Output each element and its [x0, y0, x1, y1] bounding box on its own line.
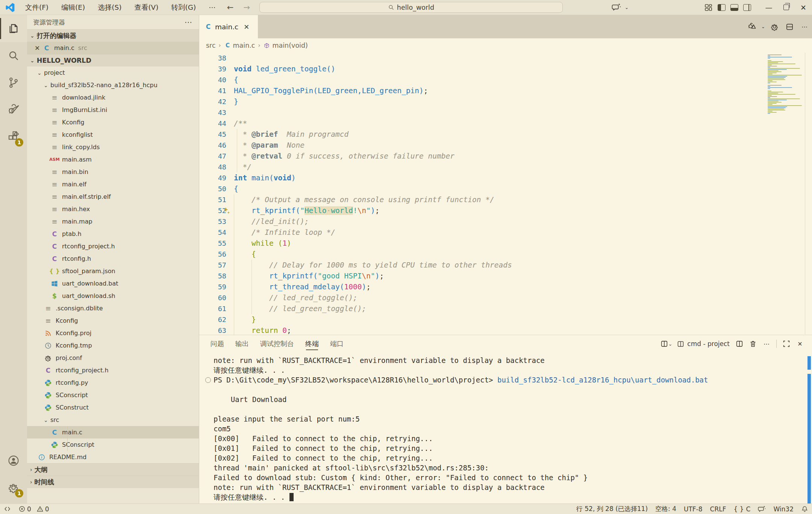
- menu-view[interactable]: 查看(V): [128, 0, 165, 15]
- toggle-secondary-sidebar-icon[interactable]: [741, 2, 753, 13]
- run-dropdown-chevron-icon[interactable]: ⌄: [759, 19, 767, 34]
- kill-terminal-icon[interactable]: [746, 337, 760, 351]
- tab-close-icon[interactable]: ✕: [244, 23, 249, 31]
- tree-item-.sconsign.dblite[interactable]: ≡.sconsign.dblite: [27, 302, 199, 314]
- editor-settings-gear-icon[interactable]: [767, 19, 782, 34]
- run-debug-file-icon[interactable]: [744, 19, 759, 34]
- tree-item-rtconfig_project.h[interactable]: Crtconfig_project.h: [27, 240, 199, 252]
- problems-status[interactable]: 0 0: [15, 504, 53, 514]
- cursor-position[interactable]: 行 52, 列 28 (已选择11): [573, 505, 651, 513]
- tree-item-SConscript[interactable]: SConscript: [27, 389, 199, 401]
- outline-header[interactable]: › 大纲: [27, 463, 199, 476]
- panel-tab-输出[interactable]: 输出: [235, 335, 249, 352]
- tree-folder-src[interactable]: ⌄src: [27, 414, 199, 426]
- terminal-list-item[interactable]: cmd - project: [677, 340, 730, 348]
- tree-item-link_copy.lds[interactable]: ≡link_copy.lds: [27, 141, 199, 153]
- editor-more-actions-icon[interactable]: ⋯: [797, 19, 812, 34]
- customize-layout-icon[interactable]: [702, 2, 715, 13]
- command-center-search[interactable]: hello_world: [259, 2, 563, 13]
- terminal-scrollbar-mark[interactable]: [807, 356, 811, 370]
- menu-more[interactable]: ⋯: [202, 0, 222, 15]
- toggle-sidebar-icon[interactable]: [715, 2, 728, 13]
- panel-more-actions-icon[interactable]: ⋯: [760, 337, 773, 351]
- minimap[interactable]: [768, 53, 804, 121]
- forward-arrow-icon[interactable]: →: [238, 3, 255, 12]
- tree-item-download.jlink[interactable]: ≡download.jlink: [27, 91, 199, 104]
- menu-edit[interactable]: 编辑(E): [55, 0, 91, 15]
- panel-tab-调试控制台[interactable]: 调试控制台: [260, 335, 294, 352]
- tree-item-main.bin[interactable]: ≡main.bin: [27, 166, 199, 178]
- open-editor-item[interactable]: ✕Cmain.csrc: [27, 42, 199, 54]
- tab-main-c[interactable]: C main.c ✕: [199, 15, 258, 38]
- activity-extensions[interactable]: 1: [0, 123, 27, 150]
- tree-item-rtconfig.h[interactable]: Crtconfig.h: [27, 252, 199, 265]
- encoding-status[interactable]: UTF-8: [680, 505, 706, 513]
- tree-item-ImgBurnList.ini[interactable]: ≡ImgBurnList.ini: [27, 104, 199, 116]
- restore-button[interactable]: [777, 0, 795, 15]
- close-panel-icon[interactable]: ✕: [793, 337, 807, 351]
- close-button[interactable]: ✕: [795, 0, 812, 15]
- panel-tab-终端[interactable]: 终端: [305, 335, 319, 352]
- back-arrow-icon[interactable]: ←: [222, 3, 239, 12]
- copilot-chevron-icon[interactable]: ⌄: [623, 2, 631, 13]
- open-editors-header[interactable]: ⌄ 打开的编辑器: [27, 29, 199, 42]
- toggle-panel-icon[interactable]: [728, 2, 741, 13]
- tree-item-Kconfig.proj[interactable]: Kconfig.proj: [27, 327, 199, 339]
- tree-item-Kconfig.tmp[interactable]: Kconfig.tmp: [27, 339, 199, 352]
- os-indicator[interactable]: Win32: [770, 505, 797, 513]
- panel-tab-问题[interactable]: 问题: [211, 335, 224, 352]
- activity-run-debug[interactable]: [0, 96, 27, 123]
- close-editor-icon[interactable]: ✕: [32, 44, 42, 52]
- terminal-output[interactable]: note: run with `RUST_BACKTRACE=1` enviro…: [207, 355, 801, 503]
- command-decoration-icon[interactable]: [205, 377, 211, 383]
- breadcrumb-file[interactable]: main.c: [233, 42, 255, 49]
- tree-item-main.asm[interactable]: ASMmain.asm: [27, 153, 199, 166]
- tree-item-SConstruct[interactable]: SConstruct: [27, 401, 199, 414]
- tree-item-uart_download.sh[interactable]: $uart_download.sh: [27, 290, 199, 302]
- tree-item-main.map[interactable]: ≡main.map: [27, 215, 199, 228]
- menu-file[interactable]: 文件(F): [19, 0, 55, 15]
- tree-item-SConscript[interactable]: SConscript: [27, 438, 199, 451]
- tree-item-Kconfig[interactable]: ≡Kconfig: [27, 314, 199, 327]
- tree-item-README.md[interactable]: README.md: [27, 451, 199, 463]
- timeline-header[interactable]: › 时间线: [27, 476, 199, 488]
- indentation-status[interactable]: 空格: 4: [651, 505, 680, 513]
- tree-item-main.hex[interactable]: ≡main.hex: [27, 203, 199, 215]
- split-editor-icon[interactable]: [782, 19, 797, 34]
- tree-item-Kconfig[interactable]: ≡Kconfig: [27, 116, 199, 128]
- tree-item-sftool_param.json[interactable]: { }sftool_param.json: [27, 265, 199, 277]
- panel-tab-端口[interactable]: 端口: [330, 335, 344, 352]
- tree-folder-project[interactable]: ⌄project: [27, 67, 199, 79]
- split-terminal-icon[interactable]: [733, 337, 746, 351]
- minimize-button[interactable]: —: [760, 0, 777, 15]
- copilot-status-icon[interactable]: [754, 505, 770, 513]
- tree-item-kconfiglist[interactable]: ≡kconfiglist: [27, 128, 199, 141]
- language-mode[interactable]: { } C: [730, 505, 754, 513]
- activity-settings[interactable]: 1: [0, 474, 27, 501]
- tree-item-rtconfig.py[interactable]: rtconfig.py: [27, 376, 199, 389]
- activity-explorer[interactable]: [0, 15, 27, 42]
- activity-search[interactable]: [0, 42, 27, 69]
- eol-status[interactable]: CRLF: [706, 505, 730, 513]
- activity-account[interactable]: [0, 447, 27, 474]
- explorer-more-actions-icon[interactable]: ⋯: [185, 18, 193, 27]
- maximize-panel-icon[interactable]: [780, 337, 793, 351]
- workspace-header[interactable]: ⌄ HELLO_WORLD: [27, 54, 199, 67]
- menu-goto[interactable]: 转到(G): [165, 0, 202, 15]
- notifications-bell-icon[interactable]: [797, 505, 812, 512]
- tree-item-proj.conf[interactable]: proj.conf: [27, 352, 199, 364]
- copilot-chat-icon[interactable]: [610, 2, 623, 13]
- activity-source-control[interactable]: [0, 69, 27, 96]
- remote-indicator[interactable]: [0, 504, 15, 514]
- launch-profile-chevron-icon[interactable]: ⌄: [668, 341, 672, 347]
- tree-item-rtconfig_project.h[interactable]: Crtconfig_project.h: [27, 364, 199, 376]
- copilot-sparkle-icon[interactable]: [223, 207, 230, 215]
- terminal-scrollbar[interactable]: [807, 374, 811, 503]
- tree-item-ptab.h[interactable]: Cptab.h: [27, 228, 199, 240]
- breadcrumb-symbol[interactable]: main(void): [272, 42, 308, 49]
- tree-item-main.c[interactable]: Cmain.c: [27, 426, 199, 438]
- menu-selection[interactable]: 选择(S): [91, 0, 128, 15]
- tree-item-main.elf.strip.elf[interactable]: ≡main.elf.strip.elf: [27, 190, 199, 203]
- tree-item-main.elf[interactable]: ≡main.elf: [27, 178, 199, 190]
- tree-item-uart_download.bat[interactable]: uart_download.bat: [27, 277, 199, 290]
